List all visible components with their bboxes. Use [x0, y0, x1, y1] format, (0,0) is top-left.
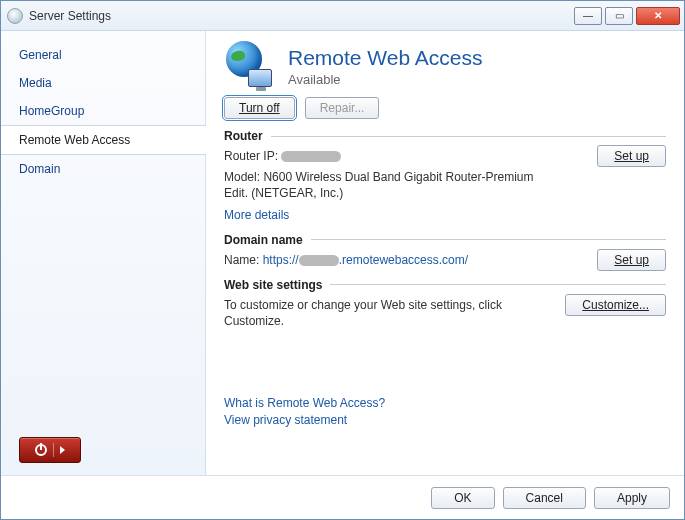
router-ip-label: Router IP: — [224, 149, 278, 163]
domain-url-link[interactable]: https://.remotewebaccess.com/ — [263, 253, 468, 267]
window-buttons: — ▭ ✕ — [574, 7, 680, 25]
web-section: Web site settings To customize or change… — [224, 278, 666, 329]
sidebar-item-homegroup[interactable]: HomeGroup — [1, 97, 205, 125]
window: Server Settings — ▭ ✕ General Media Home… — [0, 0, 685, 520]
cancel-button[interactable]: Cancel — [503, 487, 586, 509]
domain-heading: Domain name — [224, 233, 303, 247]
sidebar: General Media HomeGroup Remote Web Acces… — [1, 31, 206, 475]
domain-name-label: Name: — [224, 253, 259, 267]
domain-setup-label: Set up — [614, 253, 649, 267]
sidebar-item-general[interactable]: General — [1, 41, 205, 69]
web-heading: Web site settings — [224, 278, 322, 292]
body: General Media HomeGroup Remote Web Acces… — [1, 31, 684, 475]
router-model-row: Model: N600 Wireless Dual Band Gigabit R… — [224, 169, 554, 201]
repair-button: Repair... — [305, 97, 380, 119]
domain-url-prefix: https:// — [263, 253, 299, 267]
sidebar-item-domain[interactable]: Domain — [1, 155, 205, 183]
domain-setup-button[interactable]: Set up — [597, 249, 666, 271]
privacy-link[interactable]: View privacy statement — [224, 413, 347, 427]
action-row: Turn off Repair... — [224, 97, 666, 119]
turn-off-label: Turn off — [239, 101, 280, 115]
maximize-button[interactable]: ▭ — [605, 7, 633, 25]
router-setup-label: Set up — [614, 149, 649, 163]
what-is-link[interactable]: What is Remote Web Access? — [224, 396, 385, 410]
domain-url-suffix: .remotewebaccess.com/ — [339, 253, 468, 267]
page-title: Remote Web Access — [288, 46, 483, 70]
shutdown-button[interactable] — [19, 437, 81, 463]
ok-button[interactable]: OK — [431, 487, 494, 509]
minimize-button[interactable]: — — [574, 7, 602, 25]
titlebar: Server Settings — ▭ ✕ — [1, 1, 684, 31]
rule — [311, 239, 666, 240]
sidebar-item-media[interactable]: Media — [1, 69, 205, 97]
domain-redacted — [299, 255, 339, 266]
footer: OK Cancel Apply — [1, 475, 684, 519]
separator — [53, 443, 54, 457]
router-section: Router Router IP: Model: N600 Wireless D… — [224, 129, 666, 223]
power-icon — [35, 444, 47, 456]
app-icon — [7, 8, 23, 24]
customize-label: Customize... — [582, 298, 649, 312]
help-links: What is Remote Web Access? View privacy … — [224, 393, 385, 427]
router-heading: Router — [224, 129, 263, 143]
domain-section: Domain name Name: https://.remotewebacce… — [224, 233, 666, 268]
header: Remote Web Access Available — [224, 41, 666, 91]
monitor-icon — [248, 69, 272, 87]
content: Remote Web Access Available Turn off Rep… — [206, 31, 684, 475]
remote-web-access-icon — [224, 41, 274, 91]
router-setup-button[interactable]: Set up — [597, 145, 666, 167]
chevron-right-icon — [60, 446, 65, 454]
close-button[interactable]: ✕ — [636, 7, 680, 25]
rule — [271, 136, 666, 137]
status-text: Available — [288, 72, 483, 87]
more-details-link[interactable]: More details — [224, 208, 289, 222]
web-desc: To customize or change your Web site set… — [224, 297, 534, 329]
router-model-value: N600 Wireless Dual Band Gigabit Router-P… — [224, 170, 533, 200]
router-model-label: Model: — [224, 170, 260, 184]
sidebar-item-remote-web-access[interactable]: Remote Web Access — [1, 125, 206, 155]
turn-off-button[interactable]: Turn off — [224, 97, 295, 119]
rule — [330, 284, 666, 285]
router-ip-redacted — [281, 151, 341, 162]
window-title: Server Settings — [29, 9, 574, 23]
apply-button[interactable]: Apply — [594, 487, 670, 509]
customize-button[interactable]: Customize... — [565, 294, 666, 316]
